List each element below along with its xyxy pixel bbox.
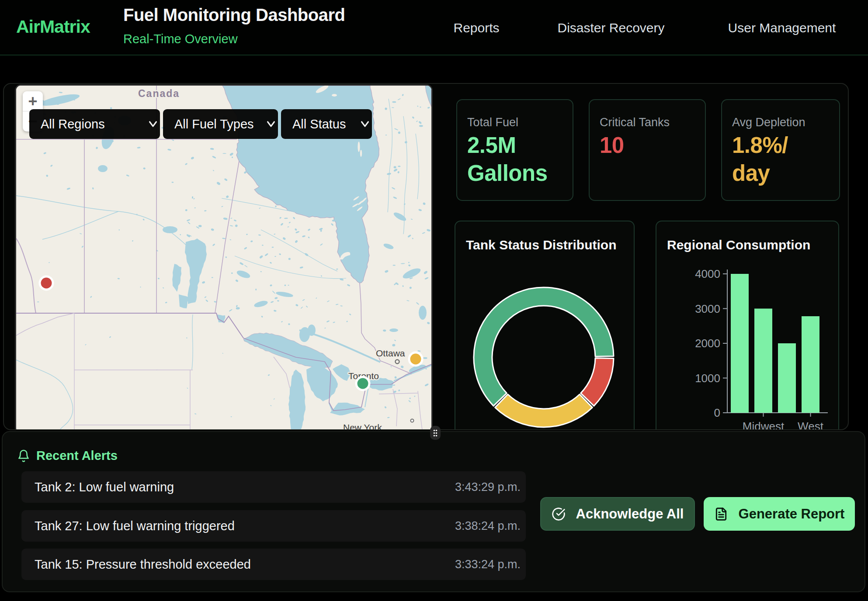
svg-text:0: 0 <box>714 406 720 419</box>
svg-text:4000: 4000 <box>695 267 720 280</box>
fuel-map[interactable]: CanadaOttawaTorontoNew York + − All Regi… <box>15 84 433 430</box>
acknowledge-all-button[interactable]: Acknowledge All <box>540 497 695 531</box>
regional-consumption-card: Regional Consumption 01000200030004000Mi… <box>656 221 839 430</box>
alert-time: 3:33:24 p.m. <box>455 558 521 571</box>
svg-text:Ottawa: Ottawa <box>376 348 405 358</box>
dashboard-panel: CanadaOttawaTorontoNew York + − All Regi… <box>3 83 849 430</box>
check-circle-icon <box>552 507 566 521</box>
region-filter-value: All Regions <box>41 117 105 131</box>
app-header: AirMatrix Fuel Monitoring Dashboard Real… <box>0 0 868 55</box>
alerts-heading-label: Recent Alerts <box>36 449 118 463</box>
status-filter-value: All Status <box>292 117 346 131</box>
svg-text:Midwest: Midwest <box>743 420 785 430</box>
alerts-heading: Recent Alerts <box>17 449 118 463</box>
nav-reports[interactable]: Reports <box>453 0 499 55</box>
kpi-label: Critical Tanks <box>600 116 670 129</box>
main-nav: Reports Disaster Recovery User Managemen… <box>0 0 868 55</box>
chevron-down-icon <box>358 117 372 131</box>
nav-user-management[interactable]: User Management <box>728 0 836 55</box>
alert-title: Tank 2: Low fuel warning <box>35 480 174 494</box>
alert-row[interactable]: Tank 2: Low fuel warning 3:43:29 p.m. <box>21 471 526 503</box>
tank-status-card: Tank Status Distribution <box>455 221 635 430</box>
alert-row[interactable]: Tank 15: Pressure threshold exceeded 3:3… <box>21 549 526 580</box>
kpi-card-avg-depletion: Avg Depletion 1.8%/​day <box>721 99 840 201</box>
regional-consumption-chart-title: Regional Consumption <box>667 238 810 252</box>
svg-text:2000: 2000 <box>695 337 720 350</box>
chevron-down-icon <box>264 117 278 131</box>
svg-text:1000: 1000 <box>695 372 720 385</box>
svg-text:New York: New York <box>343 422 382 430</box>
kpi-value: 10 <box>600 131 683 159</box>
kpi-label: Total Fuel <box>467 116 518 129</box>
file-text-icon <box>714 507 728 521</box>
kpi-card-critical-tanks: Critical Tanks 10 <box>589 99 706 201</box>
alert-title: Tank 15: Pressure threshold exceeded <box>35 557 251 572</box>
svg-text:West: West <box>798 420 824 430</box>
tank-marker-normal <box>356 377 369 390</box>
grip-dots-icon <box>433 429 438 437</box>
regional-consumption-bar-chart: 01000200030004000MidwestWest <box>656 221 840 430</box>
generate-report-label: Generate Report <box>739 506 845 522</box>
alert-title: Tank 27: Low fuel warning triggered <box>35 519 235 533</box>
resize-grip-handle[interactable] <box>430 426 441 440</box>
fuel-type-filter-value: All Fuel Types <box>174 117 254 131</box>
zoom-in-button[interactable]: + <box>23 91 43 111</box>
status-filter-select[interactable]: All Status <box>281 109 372 139</box>
generate-report-button[interactable]: Generate Report <box>704 497 855 531</box>
recent-alerts-panel: Recent Alerts Tank 2: Low fuel warning 3… <box>2 431 865 592</box>
region-filter-select[interactable]: All Regions <box>29 109 160 139</box>
alert-row[interactable]: Tank 27: Low fuel warning triggered 3:38… <box>21 510 526 542</box>
svg-text:Canada: Canada <box>138 88 180 99</box>
kpi-value: 2.5M Gallons <box>467 131 550 187</box>
svg-text:3000: 3000 <box>695 302 720 315</box>
alert-time: 3:38:24 p.m. <box>455 519 521 533</box>
bell-icon <box>17 449 30 463</box>
map-filters: All Regions All Fuel Types All Status <box>29 109 372 139</box>
acknowledge-all-label: Acknowledge All <box>576 506 684 522</box>
kpi-card-total-fuel: Total Fuel 2.5M Gallons <box>456 99 573 201</box>
tank-marker-critical <box>40 276 53 290</box>
tank-status-chart-title: Tank Status Distribution <box>466 238 616 252</box>
alert-time: 3:43:29 p.m. <box>455 480 521 494</box>
fuel-type-filter-select[interactable]: All Fuel Types <box>163 109 278 139</box>
tank-marker-warning <box>409 352 422 366</box>
chevron-down-icon <box>146 117 160 131</box>
tank-status-donut-chart <box>455 221 635 430</box>
kpi-value: 1.8%/​day <box>732 131 815 187</box>
kpi-label: Avg Depletion <box>732 116 806 129</box>
nav-disaster-recovery[interactable]: Disaster Recovery <box>557 0 664 55</box>
